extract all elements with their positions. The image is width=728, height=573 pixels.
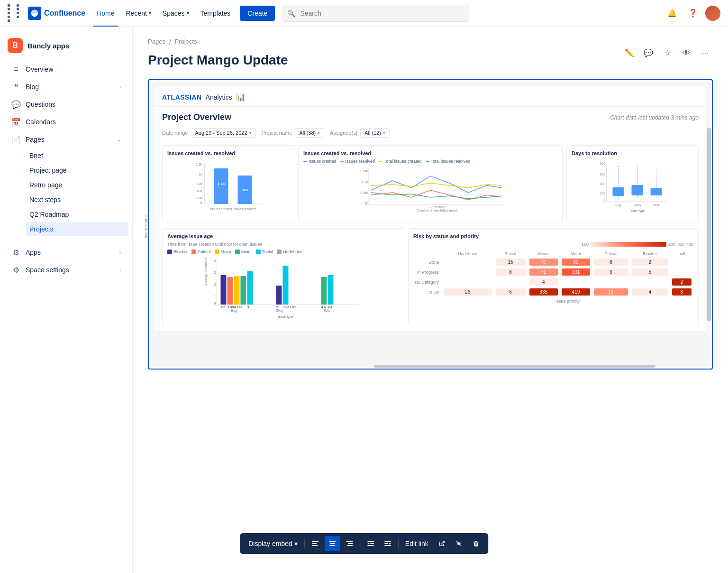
svg-text:200: 200: [600, 192, 606, 195]
sidebar-item-brief[interactable]: Brief: [26, 148, 128, 163]
sidebar-item-overview[interactable]: ≡ Overview: [4, 61, 128, 78]
legend-trivial: Trivial: [256, 250, 273, 254]
more-button[interactable]: ⋯: [698, 46, 713, 61]
sidebar-item-q2-roadmap[interactable]: Q2 Roadmap: [26, 207, 128, 222]
svg-text:Average number of days: Average number of days: [204, 257, 208, 286]
open-external-icon: [438, 540, 446, 547]
nav-recent[interactable]: Recent ▾: [122, 0, 155, 27]
heat-scale: 100 200 300 400: [413, 242, 693, 247]
embed-outer: ATLASSIAN Analytics 📊 Project Overview C…: [148, 79, 713, 370]
charts-top-row: Issues created vs. resolved 1.2k 1k 800 …: [162, 145, 699, 222]
open-external-button[interactable]: [434, 536, 449, 551]
sidebar-item-space-settings[interactable]: ⚙ Space settings ›: [4, 261, 128, 278]
svg-rect-89: [473, 542, 479, 543]
apps-icon: ⚙: [11, 248, 21, 257]
chart4-legend: Blocker Critical Major: [167, 250, 399, 254]
legend-issues-created: Issues created: [303, 159, 337, 164]
pages-icon: 📄: [11, 135, 21, 144]
svg-text:200: 200: [197, 196, 202, 200]
svg-text:Bug: Bug: [615, 203, 621, 207]
edit-link-button[interactable]: Edit link: [401, 536, 432, 551]
legend-total-resolved: Total issues resolved: [426, 159, 471, 164]
display-embed-button[interactable]: Display embed ▾: [245, 536, 301, 551]
sidebar-item-pages[interactable]: 📄 Pages ⌄: [4, 131, 128, 148]
analytics-updated: Chart data last updated 3 mins ago: [610, 114, 699, 121]
sidebar-item-calendars[interactable]: 📅 Calendars: [4, 113, 128, 130]
indent-right-button[interactable]: [380, 536, 395, 551]
svg-rect-85: [384, 543, 388, 544]
edit-link-label: Edit link: [405, 540, 428, 547]
unlink-button[interactable]: [451, 536, 466, 551]
legend-issues-resolved: Issues resolved: [340, 159, 375, 164]
indent-left-button[interactable]: [363, 536, 378, 551]
svg-text:1.1k: 1.1k: [218, 182, 225, 186]
help-button[interactable]: ❓: [684, 5, 701, 22]
display-embed-arrow: ▾: [294, 540, 298, 547]
overview-icon: ≡: [11, 65, 21, 74]
notifications-button[interactable]: 🔔: [664, 5, 681, 22]
nav-spaces[interactable]: Spaces ▾: [159, 0, 193, 27]
breadcrumb-projects[interactable]: Projects: [175, 38, 197, 45]
toolbar-divider-2: [360, 539, 360, 548]
sidebar-item-project-page[interactable]: Project page: [26, 163, 128, 177]
svg-text:4.4: 4.4: [321, 305, 326, 309]
svg-text:3.86: 3.86: [282, 305, 289, 309]
chart-risk: Risk by status and priority 100 200 300 …: [408, 228, 699, 325]
svg-text:Epic: Epic: [324, 309, 330, 313]
align-left-button[interactable]: [308, 536, 323, 551]
horizontal-scrollbar[interactable]: [374, 365, 655, 367]
legend-critical: Critical: [191, 250, 211, 254]
sidebar-item-retro-page[interactable]: Retro page: [26, 178, 128, 192]
app-switcher[interactable]: [8, 4, 24, 22]
svg-rect-76: [346, 541, 353, 542]
project-select[interactable]: All (38) ▾: [295, 128, 324, 138]
svg-text:4.4: 4.4: [328, 305, 332, 309]
date-range-label: Date range: [162, 130, 188, 136]
analytics-header: ATLASSIAN Analytics 📊: [155, 86, 706, 107]
svg-rect-70: [312, 541, 318, 542]
avg-age-chart-svg: 4 3 2 1 0: [167, 257, 399, 319]
edit-button[interactable]: ✏️: [622, 46, 637, 61]
risk-label-todo: To Do: [413, 287, 442, 297]
svg-rect-48: [234, 276, 239, 305]
sidebar-item-blog[interactable]: ❝ Blog ›: [4, 78, 128, 95]
svg-text:3.67: 3.67: [289, 305, 296, 309]
legend-minor: Minor: [235, 250, 252, 254]
breadcrumb-pages[interactable]: Pages: [148, 38, 165, 45]
avatar[interactable]: [705, 6, 720, 21]
align-center-button[interactable]: [325, 536, 340, 551]
star-button[interactable]: ☆: [660, 46, 675, 61]
vertical-scrollbar[interactable]: [707, 128, 710, 321]
create-button[interactable]: Create: [240, 6, 275, 21]
sidebar-item-questions[interactable]: 💬 Questions: [4, 96, 128, 113]
comment-button[interactable]: 💬: [641, 46, 656, 61]
svg-text:1.1k: 1.1k: [362, 180, 368, 184]
filter-assignee: Assignee(s) All (12) ▾: [330, 128, 390, 138]
page-actions: ✏️ 💬 ☆ 👁 ⋯: [622, 46, 713, 61]
logo: Confluence: [28, 7, 85, 20]
days-chart-svg: 800 600 400 200 0: [572, 159, 693, 216]
nav-templates[interactable]: Templates: [197, 0, 235, 27]
svg-rect-57: [276, 286, 282, 305]
assignee-arrow: ▾: [383, 130, 385, 135]
svg-rect-50: [247, 271, 253, 305]
legend-undefined: Undefined: [277, 250, 302, 254]
sidebar-item-projects[interactable]: Projects: [26, 222, 128, 236]
svg-text:2: 2: [214, 283, 216, 286]
assignee-label: Assignee(s): [330, 130, 357, 136]
svg-text:0: 0: [604, 199, 606, 202]
search-input[interactable]: [282, 5, 469, 22]
sidebar-item-apps[interactable]: ⚙ Apps ›: [4, 244, 128, 261]
assignee-select[interactable]: All (12) ▾: [360, 128, 390, 138]
bar-chart-svg: 1.2k 1k 800 400 200 0 1.1k: [167, 159, 289, 216]
svg-text:September: September: [429, 205, 446, 209]
sidebar-item-next-steps[interactable]: Next steps: [26, 193, 128, 207]
date-range-arrow: ▾: [249, 130, 252, 135]
date-range-select[interactable]: Aug 29 - Sep 26, 2022 ▾: [191, 128, 255, 138]
watch-button[interactable]: 👁: [679, 46, 694, 61]
chart4-subtitle: Time from issue creation until now for o…: [167, 242, 399, 247]
align-right-button[interactable]: [342, 536, 357, 551]
delete-button[interactable]: [468, 536, 483, 551]
nav-home[interactable]: Home: [93, 0, 118, 27]
svg-text:3.88: 3.88: [227, 305, 234, 309]
